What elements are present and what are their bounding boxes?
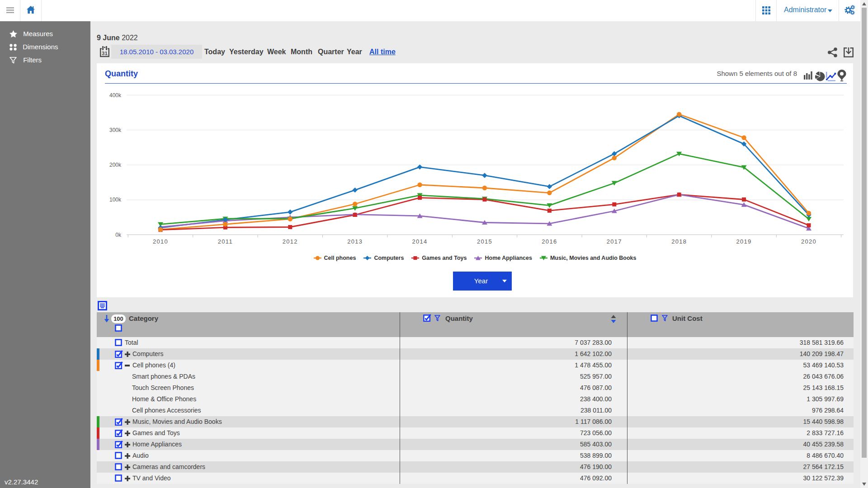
svg-text:2019: 2019 — [736, 238, 752, 245]
svg-text:2013: 2013 — [347, 238, 363, 245]
svg-text:2020: 2020 — [801, 238, 816, 245]
svg-text:2017: 2017 — [607, 238, 622, 245]
svg-text:2014: 2014 — [412, 238, 428, 245]
svg-text:2018: 2018 — [671, 238, 687, 245]
svg-text:400k: 400k — [109, 92, 122, 99]
svg-text:200k: 200k — [109, 162, 122, 168]
svg-text:2016: 2016 — [542, 238, 557, 245]
svg-text:2012: 2012 — [283, 238, 298, 245]
svg-text:300k: 300k — [109, 127, 122, 133]
svg-text:2011: 2011 — [218, 238, 233, 245]
svg-text:100k: 100k — [109, 197, 122, 203]
svg-text:2010: 2010 — [153, 238, 168, 245]
svg-text:2015: 2015 — [477, 238, 492, 245]
svg-text:0k: 0k — [115, 232, 122, 238]
svg-text:31: 31 — [102, 51, 108, 56]
